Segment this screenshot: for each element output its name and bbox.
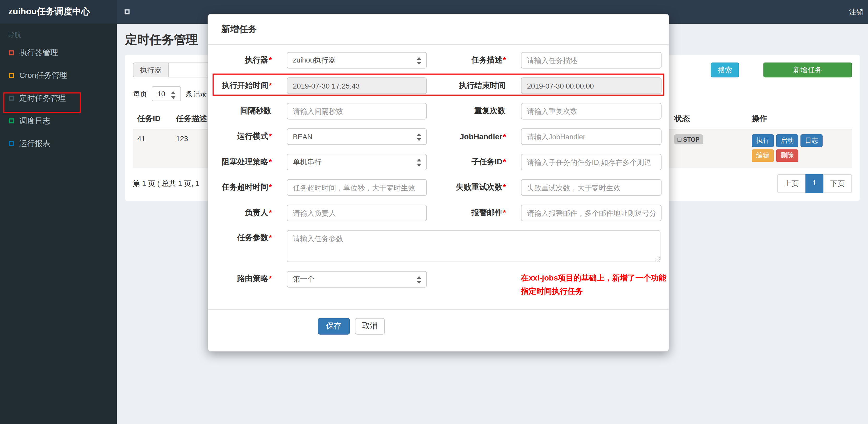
stop-icon — [678, 137, 681, 141]
executor-label: 执行器* — [216, 55, 287, 65]
job-handler-label: JobHandler* — [427, 132, 521, 141]
block-strategy-label: 阻塞处理策略* — [216, 157, 287, 167]
sidebar-item-cron-task-mgmt[interactable]: Cron任务管理 — [0, 64, 117, 87]
cell-operations: 执行 启动 日志 编辑 删除 — [747, 129, 852, 167]
cancel-button[interactable]: 取消 — [355, 318, 385, 335]
select-caret-icon — [417, 158, 421, 167]
sidebar-section-header: 导航 — [0, 30, 117, 41]
glue-type-label: 运行模式* — [216, 132, 287, 141]
save-button[interactable]: 保存 — [318, 318, 350, 335]
logout-link[interactable]: 注销 — [849, 7, 868, 17]
interval-label: 间隔秒数 — [216, 106, 287, 116]
feature-note: 在xxl-jobs项目的基础上，新增了一个功能： 指定时间执行任务 — [521, 271, 669, 298]
pager: 上页 1 下页 — [778, 174, 852, 193]
page-1-button[interactable]: 1 — [805, 174, 824, 193]
add-task-button[interactable]: 新增任务 — [764, 63, 852, 77]
interval-input[interactable] — [287, 103, 427, 120]
start-time-input[interactable]: 2019-07-30 17:25:43 — [287, 77, 427, 94]
square-icon — [9, 96, 14, 101]
modal-footer: 保存 取消 — [208, 309, 669, 351]
fail-retry-label: 失败重试次数* — [427, 183, 521, 192]
timeout-label: 任务超时时间* — [216, 183, 287, 192]
next-page-button[interactable]: 下页 — [823, 174, 852, 193]
square-icon — [9, 73, 14, 78]
per-page-suffix: 条记录 — [185, 89, 207, 99]
sidebar-item-dispatch-log[interactable]: 调度日志 — [0, 109, 117, 132]
end-time-input[interactable]: 2019-07-30 00:00:00 — [521, 77, 661, 94]
sidebar-item-executor-mgmt[interactable]: 执行器管理 — [0, 41, 117, 64]
alarm-email-input[interactable] — [521, 205, 661, 221]
modal-body: 执行器* zuihou执行器 任务描述* 执行开始时间* 2019-07-30 … — [208, 45, 669, 298]
job-param-textarea[interactable] — [287, 230, 660, 262]
per-page-select[interactable]: 10 — [152, 86, 181, 101]
feature-note-line2: 指定时间执行任务 — [521, 284, 669, 298]
cell-status: STOP — [670, 129, 747, 167]
sidebar-item-label: Cron任务管理 — [19, 71, 67, 80]
sidebar-item-scheduled-task-mgmt[interactable]: 定时任务管理 — [0, 87, 117, 109]
sidebar-toggle-icon[interactable] — [125, 9, 129, 14]
sidebar-item-label: 执行器管理 — [19, 48, 58, 58]
route-strategy-label: 路由策略* — [216, 274, 287, 284]
sidebar-item-label: 定时任务管理 — [19, 93, 66, 103]
square-icon — [9, 141, 14, 146]
route-strategy-select[interactable]: 第一个 — [287, 271, 427, 288]
sidebar-item-label: 运行报表 — [19, 138, 50, 149]
route-strategy-select-value: 第一个 — [293, 274, 314, 284]
app-root: zuihou任务调度中心 注销 导航 执行器管理 Cron任务管理 定时任务管理… — [0, 0, 868, 424]
prev-page-button[interactable]: 上页 — [777, 174, 806, 193]
sidebar-item-run-report[interactable]: 运行报表 — [0, 132, 117, 155]
start-button[interactable]: 启动 — [776, 134, 798, 147]
select-caret-icon — [417, 133, 421, 142]
start-time-label: 执行开始时间* — [216, 81, 287, 91]
author-label: 负责人* — [216, 208, 287, 218]
child-job-input[interactable] — [521, 154, 661, 170]
glue-type-select-value: BEAN — [293, 133, 312, 141]
execute-button[interactable]: 执行 — [752, 134, 774, 147]
block-strategy-select[interactable]: 单机串行 — [287, 154, 427, 170]
select-caret-icon — [417, 57, 421, 65]
glue-type-select[interactable]: BEAN — [287, 128, 427, 145]
job-desc-label: 任务描述* — [427, 55, 521, 65]
square-icon — [9, 50, 14, 55]
alarm-email-label: 报警邮件* — [427, 208, 521, 218]
cell-task-id: 41 — [133, 129, 172, 167]
executor-select[interactable]: zuihou执行器 — [287, 52, 427, 69]
delete-button[interactable]: 删除 — [776, 149, 798, 162]
status-badge: STOP — [674, 134, 703, 144]
pagination-info: 第 1 页 ( 总共 1 页, 1 — [133, 174, 199, 189]
job-param-label: 任务参数* — [216, 233, 287, 243]
log-button[interactable]: 日志 — [801, 134, 823, 147]
add-task-modal: 新增任务 执行器* zuihou执行器 任务描述* 执行开始时间* 2019-0… — [208, 14, 669, 352]
search-button[interactable]: 搜索 — [711, 63, 739, 77]
square-icon — [9, 118, 14, 123]
job-desc-input[interactable] — [521, 52, 661, 69]
author-input[interactable] — [287, 205, 427, 221]
sidebar: 导航 执行器管理 Cron任务管理 定时任务管理 调度日志 运行报表 — [0, 24, 117, 424]
select-caret-icon — [417, 275, 421, 284]
repeat-count-input[interactable] — [521, 103, 661, 120]
executor-filter-label: 执行器 — [133, 63, 168, 77]
repeat-count-label: 重复次数 — [427, 106, 521, 116]
brand-title: zuihou任务调度中心 — [0, 0, 117, 24]
modal-title: 新增任务 — [221, 24, 257, 35]
col-header-task-id: 任务ID — [133, 109, 172, 129]
end-time-label: 执行结束时间 — [427, 81, 521, 91]
block-strategy-select-value: 单机串行 — [293, 157, 321, 167]
sidebar-item-label: 调度日志 — [19, 116, 50, 126]
executor-select-value: zuihou执行器 — [293, 55, 336, 65]
fail-retry-input[interactable] — [521, 179, 661, 196]
per-page-prefix: 每页 — [133, 89, 147, 99]
timeout-input[interactable] — [287, 179, 427, 196]
job-handler-input[interactable] — [521, 128, 661, 145]
per-page-value: 10 — [157, 90, 165, 98]
modal-header: 新增任务 — [208, 14, 669, 45]
feature-note-line1: 在xxl-jobs项目的基础上，新增了一个功能： — [521, 271, 669, 284]
col-header-operations: 操作 — [747, 109, 852, 129]
child-job-label: 子任务ID* — [427, 157, 521, 167]
select-caret-icon — [171, 91, 176, 99]
col-header-status: 状态 — [670, 109, 747, 129]
edit-button[interactable]: 编辑 — [752, 149, 774, 162]
